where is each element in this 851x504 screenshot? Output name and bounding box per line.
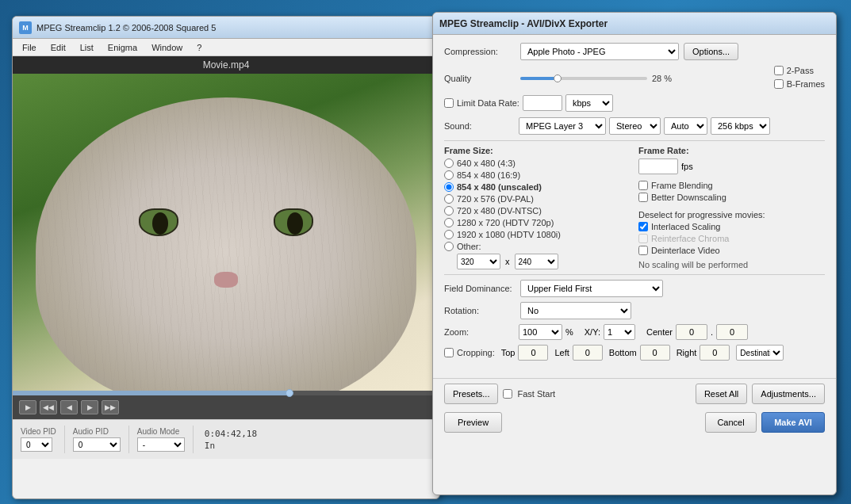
limit-rate-label: Limit Data Rate: [457,98,519,108]
label-1280x720: 1280 x 720 (HDTV 720p) [457,218,554,227]
zoom-select[interactable]: 100 [519,324,562,340]
frame-size-other: Other: [444,242,631,251]
center-y-input[interactable]: 0 [716,324,748,340]
frame-size-1280: 1280 x 720 (HDTV 720p) [444,218,631,227]
twopass-checkbox[interactable] [774,66,784,75]
preview-button[interactable]: Preview [444,412,502,433]
compression-select[interactable]: Apple Photo - JPEG [520,43,679,60]
center-dot: . [711,327,713,337]
frame-size-854-169: 854 x 480 (16:9) [444,170,631,180]
audio-pid-item: Audio PID 0 [73,427,121,452]
label-854x480-169: 854 x 480 (16:9) [457,170,520,180]
menu-enigma[interactable]: Enigma [102,41,144,54]
menu-file[interactable]: File [16,41,43,54]
video-pid-item: Video PID 0 [21,427,56,452]
audio-mode-item: Audio Mode - [137,427,185,452]
app-icon: M [19,21,32,34]
sound-row: Sound: MPEG Layer 3 Stereo Auto 256 kbps [444,117,825,135]
frame-blending-checkbox[interactable] [638,181,648,190]
top-input[interactable] [518,345,548,361]
cropping-label: Cropping: [457,348,495,357]
options-button[interactable]: Options... [684,43,738,60]
fast-start-checkbox[interactable] [503,389,512,399]
step-back-btn[interactable]: ◀ [60,400,78,414]
xy-select[interactable]: 1 [604,324,635,340]
bframes-checkbox[interactable] [774,79,784,89]
label-720x576: 720 x 576 (DV-PAL) [457,194,534,204]
quality-pct: 28 % [652,74,676,83]
frame-size-720-ntsc: 720 x 480 (DV-NTSC) [444,206,631,216]
interlaced-scaling-checkbox[interactable] [638,222,648,231]
left-input[interactable] [573,345,603,361]
better-downscaling-checkbox[interactable] [638,193,648,202]
menu-window[interactable]: Window [145,41,189,54]
kbps-unit-select[interactable]: kbps [565,94,613,112]
center-x-input[interactable]: 0 [676,324,707,340]
reinterface-chroma-label: Reinterface Chroma [651,234,729,243]
reinterface-chroma-checkbox[interactable] [638,234,648,243]
menu-help[interactable]: ? [190,41,208,54]
play-btn[interactable]: ▶ [19,400,36,414]
label-other: Other: [457,242,481,251]
rotation-select[interactable]: No [520,302,631,319]
video-pid-select[interactable]: 0 [21,437,52,452]
presets-button[interactable]: Presets... [444,384,498,404]
kbps-input[interactable] [523,95,562,111]
cancel-button[interactable]: Cancel [705,412,757,433]
sound-codec-select[interactable]: MPEG Layer 3 [519,117,606,135]
video-pid-label: Video PID [21,427,56,436]
menu-list[interactable]: List [74,41,100,54]
radio-other[interactable] [444,242,454,251]
limit-rate-checkbox[interactable] [444,98,454,108]
frame-size-col: Frame Size: 640 x 480 (4:3) 854 x 480 (1… [444,146,631,269]
bottom-input[interactable] [640,345,670,361]
next-frame-btn[interactable]: ▶▶ [102,400,119,414]
menu-edit[interactable]: Edit [44,41,72,54]
reset-all-button[interactable]: Reset All [696,384,747,404]
dialog-body: Compression: Apple Photo - JPEG Options.… [433,35,836,375]
frame-rate-title: Frame Rate: [638,146,825,155]
bottom-buttons: Presets... Fast Start Reset All Adjustme… [433,378,836,409]
other-width-select[interactable]: 320 [457,254,500,269]
radio-720x480[interactable] [444,206,454,216]
transport-bar[interactable] [13,391,439,395]
adjustments-button[interactable]: Adjustments... [752,384,825,404]
rotation-row: Rotation: No [444,302,825,319]
sound-mode-select[interactable]: Stereo [609,117,661,135]
no-scaling-text: No scaling will be performed [638,260,748,269]
sound-auto-select[interactable]: Auto [664,117,707,135]
audio-mode-select[interactable]: - [137,437,185,452]
compression-row: Compression: Apple Photo - JPEG Options.… [444,43,825,60]
fast-start-label: Fast Start [517,389,555,399]
radio-720x576[interactable] [444,194,454,204]
compression-label: Compression: [444,47,516,56]
prev-frame-btn[interactable]: ◀◀ [40,400,57,414]
field-dominance-row: Field Dominance: Upper Field First [444,280,825,297]
radio-1920x1080[interactable] [444,230,454,239]
quality-row: Quality 28 % 2-Pass B-Frames [444,66,825,91]
other-height-select[interactable]: 240 [515,254,558,269]
sound-bitrate-select[interactable]: 256 kbps [711,117,770,135]
radio-1280x720[interactable] [444,218,454,227]
step-fwd-btn[interactable]: ▶ [81,400,98,414]
quality-slider[interactable] [520,77,647,80]
audio-pid-select[interactable]: 0 [73,437,121,452]
action-buttons-row: Preview Cancel Make AVI [433,409,836,441]
cropping-checkbox[interactable] [444,348,454,357]
radio-640x480[interactable] [444,158,454,168]
fps-input[interactable] [638,158,678,174]
video-area [13,74,439,391]
radio-854x480-unscaled[interactable] [444,182,454,192]
make-avi-button[interactable]: Make AVI [761,412,825,433]
dialog-title: MPEG Streamclip - AVI/DivX Exporter [439,18,608,29]
two-col-section: Frame Size: 640 x 480 (4:3) 854 x 480 (1… [444,146,825,269]
center-label: Center [646,327,673,337]
cat-eye-right [274,208,313,236]
twopass-label: 2-Pass [787,66,814,75]
radio-854x480-169[interactable] [444,170,454,180]
destinati-select[interactable]: Destinati [736,345,784,361]
right-input[interactable] [700,345,730,361]
deinterlace-video-checkbox[interactable] [638,246,648,255]
field-dominance-select[interactable]: Upper Field First [520,280,663,297]
xy-label: X/Y: [585,327,600,337]
